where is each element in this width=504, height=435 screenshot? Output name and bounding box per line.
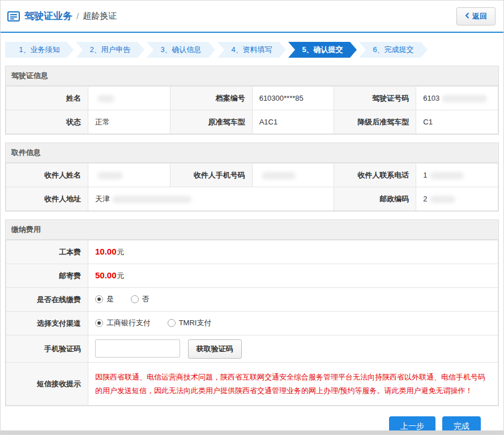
step-1-business-notice[interactable]: 1、业务须知	[5, 42, 74, 58]
back-button-label: 返回	[472, 11, 487, 21]
sms-notice-cell: 因陕西省联通、电信运营商技术问题，陕西省互联网交通安全综合服务管理平台无法向持陕…	[88, 363, 498, 406]
fee1-value: 10.00元	[88, 240, 498, 264]
step-4-fill-material[interactable]: 4、资料填写	[217, 42, 286, 58]
address-label: 收件人地址	[6, 187, 88, 211]
sms-code-label: 手机验证码	[6, 335, 88, 363]
recipient-name-value	[88, 163, 170, 187]
header-divider	[1, 32, 503, 33]
online-pay-options: 是 否	[88, 288, 498, 312]
fee1-unit: 元	[117, 248, 125, 256]
new-class-label: 降级后准驾车型	[334, 110, 416, 134]
channel-options: 工商银行支付 TMRI支付	[88, 312, 498, 335]
redacted-blur	[430, 196, 455, 203]
horizontal-scrollbar[interactable]	[1, 430, 503, 434]
sms-code-cell: 获取验证码	[88, 335, 498, 363]
payment-section: 缴纳费用 工本费 10.00元 邮寄费 50.00元 是否在线缴费	[5, 219, 499, 406]
header: 驾驶证业务 / 超龄换证 返回	[1, 1, 503, 32]
license-info-title: 驾驶证信息	[6, 66, 498, 86]
online-pay-label: 是否在线缴费	[6, 288, 88, 312]
redacted-blur	[97, 172, 123, 179]
license-no-value: 6103	[416, 87, 498, 110]
license-no-label: 驾驶证号码	[334, 87, 416, 110]
back-chevron-icon	[465, 12, 469, 20]
recipient-mobile-value	[252, 163, 334, 187]
pickup-info-section: 取件信息 收件人姓名 收件人手机号码 收件人联系电话 1 收件人地址 天津 邮政…	[5, 143, 499, 212]
radio-checked-icon	[95, 319, 103, 327]
postcode-value: 2	[416, 187, 498, 211]
page-title: 驾驶证业务	[24, 10, 72, 23]
fee1-amount: 10.00	[95, 247, 117, 256]
radio-option-tmri[interactable]: TMRI支付	[168, 318, 212, 328]
sms-notice-label: 短信接收提示	[6, 363, 88, 406]
orig-class-value: A1C1	[252, 110, 334, 134]
status-value: 正常	[88, 110, 170, 134]
payment-table: 工本费 10.00元 邮寄费 50.00元 是否在线缴费 是	[6, 240, 498, 406]
get-code-button[interactable]: 获取验证码	[188, 339, 242, 359]
radio-option-pay-no[interactable]: 否	[131, 294, 150, 304]
breadcrumb-separator: /	[76, 11, 79, 21]
channel-label: 选择支付渠道	[6, 312, 88, 335]
redacted-blur	[112, 196, 191, 203]
step-6-complete-submit[interactable]: 6、完成提交	[359, 42, 428, 58]
redacted-blur	[97, 95, 114, 102]
table-row: 邮寄费 50.00元	[6, 264, 498, 288]
postcode-label: 邮政编码	[334, 187, 416, 211]
fee2-unit: 元	[117, 272, 125, 280]
step-5-confirm-submit[interactable]: 5、确认提交	[288, 42, 357, 58]
new-class-value: C1	[416, 110, 498, 134]
table-row: 状态 正常 原准驾车型 A1C1 降级后准驾车型 C1	[6, 110, 498, 134]
recipient-mobile-label: 收件人手机号码	[170, 163, 252, 187]
radio-checked-icon	[95, 295, 103, 303]
recipient-phone-value: 1	[416, 163, 498, 187]
orig-class-label: 原准驾车型	[170, 110, 252, 134]
breadcrumb-current: 超龄换证	[83, 11, 117, 21]
fee1-label: 工本费	[6, 240, 88, 264]
redacted-blur	[442, 95, 487, 102]
recipient-phone-label: 收件人联系电话	[334, 163, 416, 187]
payment-title: 缴纳费用	[6, 220, 498, 240]
table-row: 收件人姓名 收件人手机号码 收件人联系电话 1	[6, 163, 498, 187]
radio-label: 否	[142, 294, 150, 304]
file-no-value: 610300****85	[252, 87, 334, 110]
table-row: 收件人地址 天津 邮政编码 2	[6, 187, 498, 211]
radio-unchecked-icon	[131, 295, 139, 303]
radio-label: TMRI支付	[179, 318, 212, 328]
table-row: 工本费 10.00元	[6, 240, 498, 264]
radio-label: 是	[106, 294, 114, 304]
name-value	[88, 87, 170, 110]
radio-unchecked-icon	[168, 319, 176, 327]
back-button[interactable]: 返回	[456, 7, 496, 25]
radio-label: 工商银行支付	[106, 318, 151, 328]
sms-notice-text: 因陕西省联通、电信运营商技术问题，陕西省互联网交通安全综合服务管理平台无法向持陕…	[95, 373, 485, 394]
sms-code-input[interactable]	[95, 339, 180, 358]
radio-option-icbc[interactable]: 工商银行支付	[95, 318, 151, 328]
step-3-confirm-info[interactable]: 3、确认信息	[147, 42, 215, 58]
fee2-label: 邮寄费	[6, 264, 88, 288]
table-row: 手机验证码 获取验证码	[6, 335, 498, 363]
redacted-blur	[262, 172, 296, 179]
pickup-info-table: 收件人姓名 收件人手机号码 收件人联系电话 1 收件人地址 天津 邮政编码 2	[6, 163, 498, 211]
status-label: 状态	[6, 110, 88, 134]
address-value: 天津	[88, 187, 334, 211]
name-label: 姓名	[6, 87, 88, 110]
step-nav: 1、业务须知 2、用户申告 3、确认信息 4、资料填写 5、确认提交 6、完成提…	[5, 42, 499, 58]
fee2-amount: 50.00	[95, 270, 117, 280]
license-info-section: 驾驶证信息 姓名 档案编号 610300****85 驾驶证号码 6103 状态…	[5, 66, 499, 135]
license-business-icon	[7, 11, 20, 21]
page: 驾驶证业务 / 超龄换证 返回 1、业务须知 2、用户申告 3、确认信息 4、资…	[0, 0, 504, 435]
pickup-info-title: 取件信息	[6, 143, 498, 163]
license-info-table: 姓名 档案编号 610300****85 驾驶证号码 6103 状态 正常 原准…	[6, 86, 498, 134]
table-row: 姓名 档案编号 610300****85 驾驶证号码 6103	[6, 87, 498, 110]
recipient-name-label: 收件人姓名	[6, 163, 88, 187]
radio-option-pay-yes[interactable]: 是	[95, 294, 114, 304]
fee2-value: 50.00元	[88, 264, 498, 288]
step-2-user-declaration[interactable]: 2、用户申告	[76, 42, 144, 58]
table-row: 选择支付渠道 工商银行支付 TMRI支付	[6, 312, 498, 335]
table-row: 短信接收提示 因陕西省联通、电信运营商技术问题，陕西省互联网交通安全综合服务管理…	[6, 363, 498, 406]
redacted-blur	[430, 172, 464, 179]
file-no-label: 档案编号	[170, 87, 252, 110]
table-row: 是否在线缴费 是 否	[6, 288, 498, 312]
